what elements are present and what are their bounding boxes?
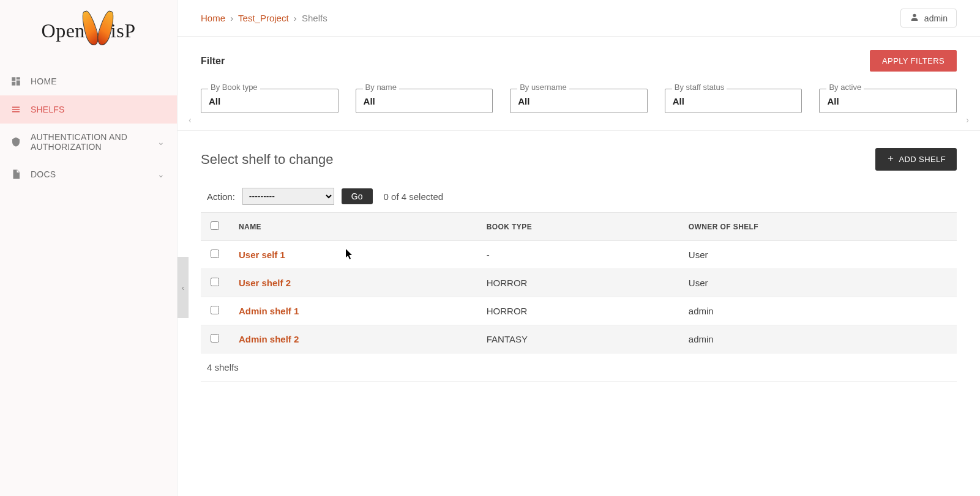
selection-count: 0 of 4 selected <box>384 191 444 202</box>
col-booktype[interactable]: BOOK TYPE <box>477 213 679 241</box>
filter-field[interactable]: By staff statusAll <box>665 89 802 113</box>
table-row: User shelf 2HORRORUser <box>201 269 957 297</box>
add-shelf-label: ADD SHELF <box>899 155 946 164</box>
user-icon <box>910 12 919 24</box>
breadcrumb: Home › Test_Project › Shelfs <box>201 13 327 23</box>
doc-icon <box>10 169 22 180</box>
chevron-down-icon: ⌄ <box>157 137 165 147</box>
filter-value[interactable]: All <box>665 89 802 113</box>
logo-wings-icon <box>81 9 114 52</box>
row-checkbox[interactable] <box>211 306 219 314</box>
add-shelf-button[interactable]: ADD SHELF <box>875 148 957 171</box>
chevron-down-icon: ⌄ <box>157 169 165 179</box>
sidebar-item-label: AUTHENTICATION AND AUTHORIZATION <box>31 132 135 152</box>
svg-rect-2 <box>17 81 20 86</box>
sidebar-item-label: HOME <box>31 76 57 86</box>
sidebar-item-label: DOCS <box>31 169 56 179</box>
row-owner: User <box>679 269 957 297</box>
sidebar-item-docs[interactable]: DOCS ⌄ <box>0 160 177 188</box>
filter-legend: By Book type <box>208 83 260 92</box>
row-booktype: - <box>477 241 679 269</box>
filter-field[interactable]: By usernameAll <box>510 89 648 113</box>
filters-scroll-left[interactable]: ‹ <box>186 115 194 125</box>
shield-icon <box>10 136 22 147</box>
filter-legend: By name <box>363 83 399 92</box>
content: Select shelf to change ADD SHELF Action:… <box>178 131 980 399</box>
apply-filters-button[interactable]: APPLY FILTERS <box>870 50 957 72</box>
sidebar-item-label: SHELFS <box>31 105 65 114</box>
dashboard-icon <box>10 76 22 87</box>
breadcrumb-home[interactable]: Home <box>201 13 225 23</box>
breadcrumb-project[interactable]: Test_Project <box>238 13 289 23</box>
select-all-checkbox[interactable] <box>211 221 219 230</box>
plus-icon <box>886 154 895 165</box>
svg-rect-0 <box>12 77 15 81</box>
filter-field[interactable]: By activeAll <box>819 89 957 113</box>
action-label: Action: <box>207 191 235 202</box>
results-table: NAME BOOK TYPE OWNER OF SHELF User self … <box>201 212 957 353</box>
filter-legend: By username <box>517 83 569 92</box>
actions-bar: Action: --------- Go 0 of 4 selected <box>201 188 957 205</box>
sidebar-item-auth[interactable]: AUTHENTICATION AND AUTHORIZATION ⌄ <box>0 124 177 160</box>
svg-point-4 <box>913 14 916 17</box>
col-name[interactable]: NAME <box>229 213 477 241</box>
row-name-link[interactable]: User shelf 2 <box>239 278 291 288</box>
sidebar: Open isP HOME SHELFS AUTHENTICATION AND … <box>0 0 178 496</box>
row-name-link[interactable]: Admin shelf 1 <box>239 306 299 316</box>
main: Home › Test_Project › Shelfs admin Filte… <box>178 0 980 496</box>
row-owner: admin <box>679 325 957 353</box>
row-booktype: HORROR <box>477 269 679 297</box>
filter-field[interactable]: By nameAll <box>356 89 493 113</box>
svg-rect-1 <box>17 77 20 80</box>
filter-legend: By active <box>826 83 864 92</box>
results-summary: 4 shelfs <box>201 353 957 382</box>
logo[interactable]: Open isP <box>0 0 177 61</box>
sidebar-nav: HOME SHELFS AUTHENTICATION AND AUTHORIZA… <box>0 67 177 188</box>
filter-heading: Filter <box>201 56 225 67</box>
book-icon <box>10 104 22 115</box>
sidebar-item-home[interactable]: HOME <box>0 67 177 95</box>
table-row: User self 1-User <box>201 241 957 269</box>
filter-value[interactable]: All <box>819 89 957 113</box>
sidebar-item-shelfs[interactable]: SHELFS <box>0 95 177 124</box>
user-name: admin <box>924 13 948 23</box>
user-menu[interactable]: admin <box>900 9 957 28</box>
row-owner: admin <box>679 297 957 325</box>
row-name-link[interactable]: User self 1 <box>239 250 285 260</box>
action-select[interactable]: --------- <box>242 188 334 205</box>
topbar: Home › Test_Project › Shelfs admin <box>178 0 980 37</box>
row-owner: User <box>679 241 957 269</box>
row-booktype: FANTASY <box>477 325 679 353</box>
row-checkbox[interactable] <box>211 250 219 258</box>
row-checkbox[interactable] <box>211 334 219 342</box>
filter-value[interactable]: All <box>356 89 493 113</box>
table-row: Admin shelf 2FANTASYadmin <box>201 325 957 353</box>
filter-value[interactable]: All <box>510 89 648 113</box>
col-owner[interactable]: OWNER OF SHELF <box>679 213 957 241</box>
row-checkbox[interactable] <box>211 278 219 286</box>
filter-legend: By staff status <box>672 83 727 92</box>
row-booktype: HORROR <box>477 297 679 325</box>
table-row: Admin shelf 1HORRORadmin <box>201 297 957 325</box>
row-name-link[interactable]: Admin shelf 2 <box>239 334 299 344</box>
page-title: Select shelf to change <box>201 152 333 168</box>
filter-section: Filter APPLY FILTERS ‹ By Book typeAllBy… <box>178 37 980 131</box>
breadcrumb-current: Shelfs <box>302 13 327 23</box>
filters-row: By Book typeAllBy nameAllBy usernameAllB… <box>201 89 957 113</box>
svg-rect-3 <box>12 82 15 86</box>
filter-field[interactable]: By Book typeAll <box>201 89 339 113</box>
go-button[interactable]: Go <box>342 188 373 204</box>
filter-value[interactable]: All <box>201 89 339 113</box>
filters-scroll-right[interactable]: › <box>963 115 971 125</box>
